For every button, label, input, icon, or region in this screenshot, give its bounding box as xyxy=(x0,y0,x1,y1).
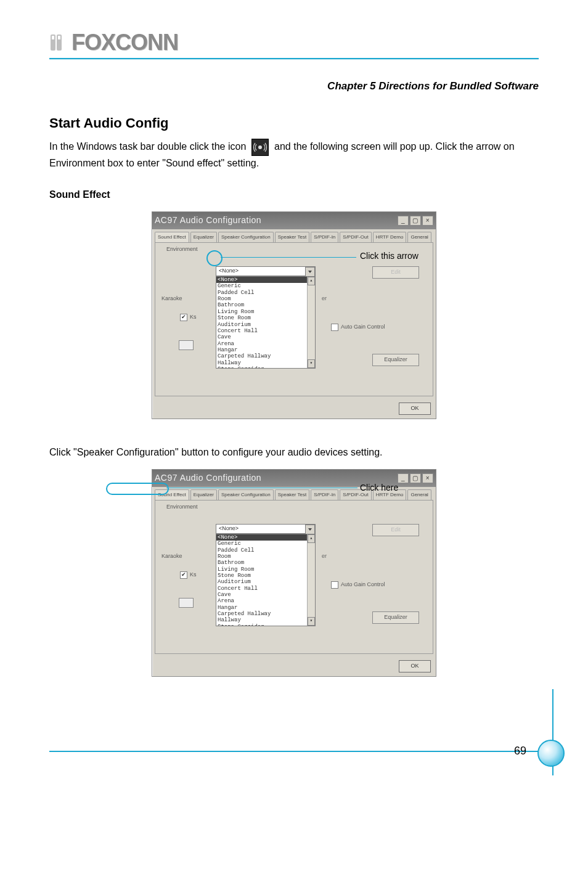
list-item[interactable]: Stone Corridor xyxy=(216,366,315,369)
svg-rect-3 xyxy=(58,36,60,39)
key-shift-icon xyxy=(179,340,194,350)
checkbox-ks[interactable]: Ks xyxy=(180,571,197,579)
tab-speaker-configuration[interactable]: Speaker Configuration xyxy=(218,489,274,500)
other-right-label: er xyxy=(322,295,327,303)
list-item[interactable]: Living Room xyxy=(216,566,315,573)
list-item[interactable]: Generic xyxy=(216,541,315,547)
chevron-down-icon xyxy=(308,527,312,532)
tab-equalizer[interactable]: Equalizer xyxy=(190,232,217,242)
figure-sound-effect: AC97 Audio Configuration _ ▢ × Sound Eff… xyxy=(49,211,539,419)
list-scrollbar[interactable]: ▴ ▾ xyxy=(307,277,315,368)
list-item[interactable]: Stone Corridor xyxy=(216,624,315,626)
tab-spdif-in[interactable]: S/PDIF-In xyxy=(311,232,338,242)
checkbox-box-icon xyxy=(331,324,338,331)
list-item[interactable]: Hangar xyxy=(216,347,315,353)
list-scrollbar[interactable]: ▴ ▾ xyxy=(307,534,315,626)
chapter-header: Chapter 5 Directions for Bundled Softwar… xyxy=(327,80,539,92)
equalizer-button[interactable]: Equalizer xyxy=(372,611,419,624)
combo-arrow-button[interactable] xyxy=(305,525,315,534)
tab-general[interactable]: General xyxy=(407,489,431,500)
checkbox-autogain[interactable]: Auto Gain Control xyxy=(331,323,385,332)
maximize-button[interactable]: ▢ xyxy=(410,473,421,483)
list-item[interactable]: <None> xyxy=(216,277,315,283)
list-item[interactable]: Room xyxy=(216,296,315,302)
list-item[interactable]: Bathroom xyxy=(216,560,315,566)
list-item[interactable]: Arena xyxy=(216,598,315,604)
close-button[interactable]: × xyxy=(422,473,433,483)
tab-general[interactable]: General xyxy=(407,232,431,242)
list-item[interactable]: Hangar xyxy=(216,605,315,611)
tab-spdif-in[interactable]: S/PDIF-In xyxy=(311,489,338,500)
checkbox-box-icon xyxy=(180,571,187,579)
list-item[interactable]: Concert Hall xyxy=(216,586,315,592)
callout-line-tab xyxy=(166,488,357,488)
minimize-button[interactable]: _ xyxy=(398,216,409,226)
tab-hrtf-demo[interactable]: HRTF Demo xyxy=(373,232,407,242)
tab-speaker-test[interactable]: Speaker Test xyxy=(275,489,310,500)
figure-speaker-config: AC97 Audio Configuration _ ▢ × Sound Eff… xyxy=(49,469,539,677)
svg-rect-2 xyxy=(52,36,54,39)
list-item[interactable]: Generic xyxy=(216,283,315,289)
list-item[interactable]: Padded Cell xyxy=(216,547,315,554)
list-item[interactable]: Hallway xyxy=(216,617,315,623)
callout-label-arrow: Click this arrow xyxy=(360,250,419,263)
tab-spdif-out[interactable]: S/PDIF-Out xyxy=(340,232,371,242)
list-item[interactable]: Auditorium xyxy=(216,579,315,585)
scroll-up-icon[interactable]: ▴ xyxy=(308,534,315,543)
list-item[interactable]: Cave xyxy=(216,592,315,598)
checkbox-autogain[interactable]: Auto Gain Control xyxy=(331,581,385,589)
list-item[interactable]: Carpeted Hallway xyxy=(216,353,315,359)
close-button[interactable]: × xyxy=(422,216,433,226)
ac97-dialog-1: AC97 Audio Configuration _ ▢ × Sound Eff… xyxy=(152,211,436,419)
tab-equalizer[interactable]: Equalizer xyxy=(190,489,217,500)
list-item[interactable]: Auditorium xyxy=(216,322,315,328)
checkbox-autogain-label: Auto Gain Control xyxy=(341,581,385,589)
dialog-titlebar: AC97 Audio Configuration _ ▢ × xyxy=(152,212,436,229)
environment-combo[interactable]: <None> xyxy=(216,266,316,276)
tab-speaker-test[interactable]: Speaker Test xyxy=(275,232,310,242)
tab-speaker-configuration[interactable]: Speaker Configuration xyxy=(218,232,274,242)
scroll-down-icon[interactable]: ▾ xyxy=(308,617,315,626)
list-item[interactable]: Room xyxy=(216,554,315,560)
scroll-down-icon[interactable]: ▾ xyxy=(308,359,315,368)
equalizer-button[interactable]: Equalizer xyxy=(372,354,419,366)
combo-value: <None> xyxy=(219,267,239,276)
page-footer-decor: 69 xyxy=(0,726,588,800)
list-item[interactable]: Stone Room xyxy=(216,315,315,321)
list-item[interactable]: Cave xyxy=(216,334,315,340)
environment-listbox[interactable]: <None> Generic Padded Cell Room Bathroom… xyxy=(216,276,316,369)
list-item[interactable]: Living Room xyxy=(216,309,315,315)
chevron-down-icon xyxy=(308,269,312,274)
edit-button[interactable]: Edit xyxy=(372,266,419,279)
tab-sound-effect[interactable]: Sound Effect xyxy=(155,232,189,242)
edit-button[interactable]: Edit xyxy=(372,524,419,536)
callout-circle-tab xyxy=(106,483,169,495)
list-item[interactable]: Padded Cell xyxy=(216,290,315,296)
ok-button[interactable]: OK xyxy=(399,403,431,415)
section-title: Start Audio Config xyxy=(49,113,539,134)
callout-circle-arrow xyxy=(206,250,223,266)
brand-mark-icon xyxy=(49,33,67,52)
tab-content: Environment Karaoke <None> <None> Generi… xyxy=(155,242,433,396)
list-item[interactable]: Carpeted Hallway xyxy=(216,611,315,617)
environment-combo[interactable]: <None> xyxy=(216,524,316,534)
ok-button[interactable]: OK xyxy=(399,660,431,672)
intro-text-a: In the Windows task bar double click the… xyxy=(49,142,249,152)
minimize-button[interactable]: _ xyxy=(398,473,409,483)
list-item[interactable]: Concert Hall xyxy=(216,328,315,334)
combo-arrow-button[interactable] xyxy=(305,267,315,277)
list-item[interactable]: Hallway xyxy=(216,360,315,366)
list-item[interactable]: Stone Room xyxy=(216,573,315,579)
group-karaoke-label: Karaoke xyxy=(161,295,182,303)
list-item[interactable]: Bathroom xyxy=(216,302,315,308)
checkbox-ks-label: Ks xyxy=(190,313,197,322)
checkbox-box-icon xyxy=(180,314,187,321)
list-item[interactable]: <None> xyxy=(216,534,315,541)
scroll-up-icon[interactable]: ▴ xyxy=(308,277,315,285)
environment-listbox[interactable]: <None> Generic Padded Cell Room Bathroom… xyxy=(216,534,316,626)
checkbox-autogain-label: Auto Gain Control xyxy=(341,323,385,332)
checkbox-ks[interactable]: Ks xyxy=(180,313,197,322)
list-item[interactable]: Arena xyxy=(216,341,315,347)
callout-line-arrow xyxy=(221,257,356,258)
maximize-button[interactable]: ▢ xyxy=(410,216,421,226)
